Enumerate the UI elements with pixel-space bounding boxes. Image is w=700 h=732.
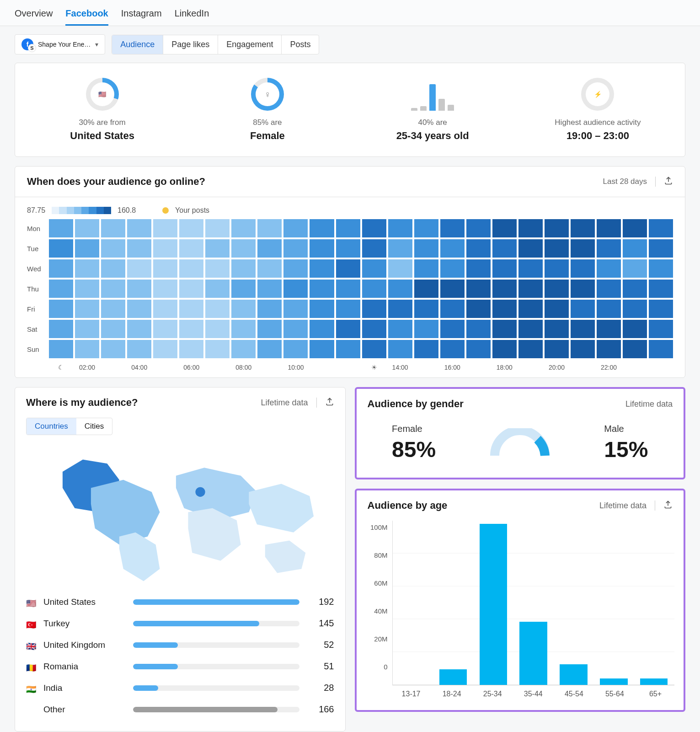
page-dropdown[interactable]: f Shape Your Ene… ▾	[15, 34, 105, 54]
heatmap-cell[interactable]	[440, 300, 465, 318]
subtab-page-likes[interactable]: Page likes	[163, 35, 218, 54]
heatmap-cell[interactable]	[545, 239, 569, 258]
heatmap-cell[interactable]	[257, 259, 282, 278]
heatmap-cell[interactable]	[649, 280, 673, 298]
heatmap-cell[interactable]	[153, 340, 177, 358]
age-bar[interactable]	[519, 622, 547, 685]
heatmap-cell[interactable]	[205, 239, 230, 258]
heatmap-cell[interactable]	[310, 320, 334, 338]
heatmap-cell[interactable]	[492, 259, 517, 278]
heatmap-cell[interactable]	[179, 300, 203, 318]
heatmap-cell[interactable]	[571, 340, 595, 358]
heatmap-cell[interactable]	[205, 259, 230, 278]
heatmap-cell[interactable]	[623, 300, 647, 318]
heatmap-cell[interactable]	[127, 340, 151, 358]
heatmap-cell[interactable]	[571, 280, 595, 298]
heatmap-cell[interactable]	[649, 219, 673, 237]
heatmap-cell[interactable]	[127, 219, 151, 237]
heatmap-cell[interactable]	[518, 219, 543, 237]
heatmap-cell[interactable]	[466, 219, 491, 237]
age-bar[interactable]	[480, 524, 508, 685]
heatmap-cell[interactable]	[388, 280, 412, 298]
age-bar[interactable]	[439, 669, 467, 685]
heatmap-cell[interactable]	[623, 219, 647, 237]
heatmap-cell[interactable]	[205, 280, 230, 298]
heatmap-cell[interactable]	[310, 239, 334, 258]
heatmap-cell[interactable]	[492, 320, 517, 338]
heatmap-cell[interactable]	[571, 320, 595, 338]
heatmap-cell[interactable]	[623, 340, 647, 358]
heatmap-cell[interactable]	[153, 280, 177, 298]
export-icon[interactable]	[664, 176, 673, 188]
heatmap-cell[interactable]	[388, 340, 412, 358]
heatmap-cell[interactable]	[649, 320, 673, 338]
heatmap-cell[interactable]	[283, 259, 308, 278]
heatmap-cell[interactable]	[49, 340, 73, 358]
heatmap-cell[interactable]	[179, 340, 203, 358]
heatmap-cell[interactable]	[127, 300, 151, 318]
heatmap-cell[interactable]	[623, 239, 647, 258]
heatmap-cell[interactable]	[310, 219, 334, 237]
heatmap-cell[interactable]	[388, 239, 412, 258]
heatmap-cell[interactable]	[571, 259, 595, 278]
heatmap-cell[interactable]	[49, 300, 73, 318]
heatmap-cell[interactable]	[101, 280, 125, 298]
heatmap-cell[interactable]	[388, 219, 412, 237]
tab-instagram[interactable]: Instagram	[121, 5, 162, 26]
heatmap-cell[interactable]	[649, 300, 673, 318]
heatmap-cell[interactable]	[518, 340, 543, 358]
heatmap-cell[interactable]	[101, 320, 125, 338]
subtab-posts[interactable]: Posts	[282, 35, 319, 54]
heatmap-cell[interactable]	[75, 320, 99, 338]
heatmap-cell[interactable]	[414, 239, 438, 258]
heatmap-cell[interactable]	[49, 239, 73, 258]
heatmap-cell[interactable]	[571, 239, 595, 258]
heatmap-cell[interactable]	[49, 259, 73, 278]
heatmap-cell[interactable]	[49, 280, 73, 298]
heatmap-cell[interactable]	[571, 219, 595, 237]
heatmap-cell[interactable]	[231, 259, 256, 278]
heatmap-cell[interactable]	[466, 320, 491, 338]
heatmap-cell[interactable]	[231, 239, 256, 258]
heatmap-cell[interactable]	[179, 320, 203, 338]
heatmap-cell[interactable]	[231, 320, 256, 338]
heatmap-cell[interactable]	[336, 280, 360, 298]
heatmap-cell[interactable]	[362, 239, 386, 258]
age-bar[interactable]	[600, 678, 628, 685]
age-bar[interactable]	[640, 678, 668, 685]
heatmap-cell[interactable]	[75, 219, 99, 237]
heatmap-cell[interactable]	[127, 320, 151, 338]
heatmap-cell[interactable]	[545, 340, 569, 358]
heatmap-cell[interactable]	[336, 219, 360, 237]
heatmap-cell[interactable]	[623, 259, 647, 278]
export-icon[interactable]	[325, 397, 334, 409]
heatmap-cell[interactable]	[75, 259, 99, 278]
heatmap-cell[interactable]	[545, 259, 569, 278]
heatmap-cell[interactable]	[362, 340, 386, 358]
tab-linkedin[interactable]: LinkedIn	[175, 5, 209, 26]
heatmap-cell[interactable]	[440, 219, 465, 237]
heatmap-cell[interactable]	[101, 259, 125, 278]
heatmap-cell[interactable]	[257, 320, 282, 338]
heatmap-cell[interactable]	[597, 320, 621, 338]
heatmap-cell[interactable]	[414, 320, 438, 338]
heatmap-cell[interactable]	[75, 239, 99, 258]
heatmap-cell[interactable]	[336, 340, 360, 358]
heatmap-cell[interactable]	[597, 239, 621, 258]
heatmap-cell[interactable]	[336, 259, 360, 278]
heatmap-cell[interactable]	[101, 219, 125, 237]
heatmap-cell[interactable]	[440, 239, 465, 258]
heatmap-cell[interactable]	[362, 219, 386, 237]
heatmap-cell[interactable]	[466, 300, 491, 318]
heatmap-cell[interactable]	[440, 320, 465, 338]
heatmap-cell[interactable]	[205, 300, 230, 318]
heatmap-cell[interactable]	[283, 320, 308, 338]
heatmap-cell[interactable]	[153, 239, 177, 258]
heatmap-cell[interactable]	[231, 300, 256, 318]
heatmap-cell[interactable]	[336, 239, 360, 258]
subtab-audience[interactable]: Audience	[112, 35, 163, 54]
heatmap-cell[interactable]	[492, 300, 517, 318]
heatmap-cell[interactable]	[414, 300, 438, 318]
heatmap-cell[interactable]	[257, 340, 282, 358]
heatmap-cell[interactable]	[75, 280, 99, 298]
